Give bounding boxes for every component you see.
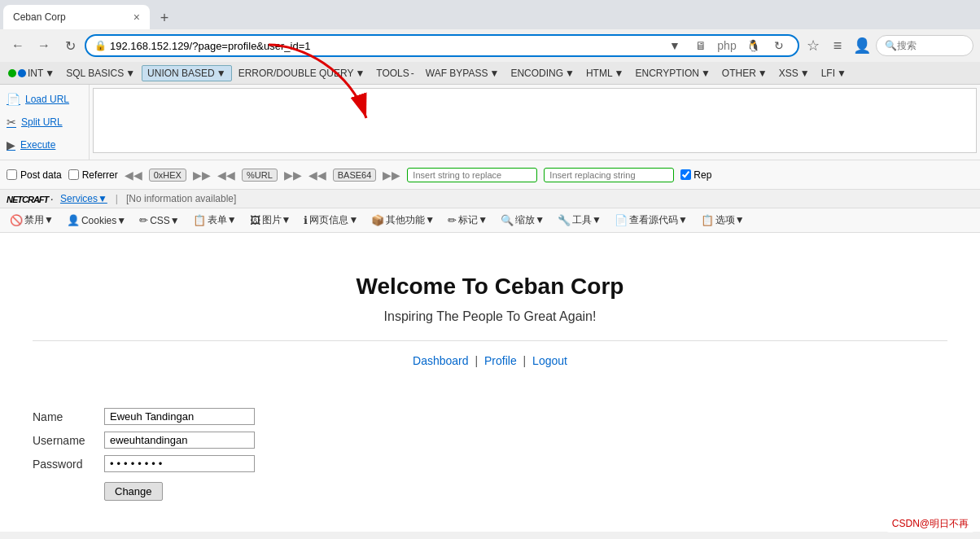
wd-markup-label: 标记▼ [458, 213, 488, 227]
rep-checkbox-label[interactable]: Rep [680, 169, 711, 181]
wd-images-label: 图片▼ [262, 213, 291, 227]
pt-html[interactable]: HTML ▼ [581, 66, 629, 81]
pt-error-label: ERROR/DOUBLE QUERY [238, 68, 354, 79]
replacing-input[interactable] [544, 168, 674, 182]
options-row: Post data Referrer ◀◀ 0xHEX ▶▶ ◀◀ %URL ▶… [0, 160, 980, 190]
referrer-checkbox[interactable] [68, 169, 79, 180]
pt-sql-basics[interactable]: SQL BASICS ▼ [61, 66, 140, 81]
tab-bar: Ceban Corp × + [0, 0, 980, 29]
wd-cookies[interactable]: 👤 Cookies▼ [62, 213, 131, 228]
pt-union-based[interactable]: UNION BASED ▼ [142, 65, 232, 81]
screen-btn[interactable]: 🖥 [690, 35, 711, 56]
pt-union-arrow: ▼ [217, 68, 226, 79]
pt-error-arrow: ▼ [355, 68, 365, 79]
split-url-icon: ✂ [7, 116, 16, 129]
tab-close-button[interactable]: × [133, 11, 140, 24]
refresh-btn[interactable]: ↻ [768, 35, 790, 56]
replace-input[interactable] [407, 168, 537, 182]
wd-markup[interactable]: ✏ 标记▼ [443, 212, 492, 229]
logout-link[interactable]: Logout [532, 354, 567, 367]
wd-source[interactable]: 📄 查看源代码▼ [610, 212, 693, 229]
sidebar-item-execute[interactable]: ▶ Execute [0, 134, 89, 156]
dropdown-btn[interactable]: ▼ [664, 35, 685, 56]
search-input[interactable] [897, 40, 962, 51]
name-input[interactable] [104, 408, 255, 425]
wd-pageinfo-label: 网页信息▼ [309, 213, 358, 227]
ubuntu-icon[interactable]: 🐧 [742, 35, 763, 56]
wd-disable[interactable]: 🚫 禁用▼ [5, 212, 59, 229]
dashboard-link[interactable]: Dashboard [413, 354, 469, 367]
pt-encryption-label: ENCRYPTION [636, 68, 699, 79]
pt-xss[interactable]: XSS ▼ [774, 66, 815, 81]
b64-encode-btn[interactable]: BASE64 [333, 169, 377, 182]
wd-pageinfo[interactable]: ℹ 网页信息▼ [299, 212, 363, 229]
pt-sql-basics-arrow: ▼ [125, 68, 135, 79]
new-tab-button[interactable]: + [153, 7, 176, 29]
password-label: Password [33, 458, 98, 471]
pt-tools[interactable]: TOOLS - [371, 66, 418, 81]
username-row: Username [33, 432, 947, 449]
rep-checkbox[interactable] [680, 169, 691, 180]
welcome-divider [33, 340, 947, 341]
forward-button[interactable]: → [33, 34, 55, 57]
wd-options-icon: 📋 [701, 214, 714, 226]
url-encode-btn[interactable]: %URL [242, 169, 278, 182]
pt-waf-bypass[interactable]: WAF BYPASS ▼ [421, 66, 505, 81]
address-bar[interactable]: 🔒 ▼ 🖥 php 🐧 ↻ [85, 34, 799, 57]
blue-dot [18, 69, 26, 77]
pt-other[interactable]: OTHER ▼ [717, 66, 772, 81]
profile-link[interactable]: Profile [484, 354, 517, 367]
post-data-checkbox-label[interactable]: Post data [7, 169, 62, 181]
pt-sql-basics-label: SQL BASICS [66, 68, 124, 79]
welcome-subtitle: Inspiring The People To Great Again! [33, 309, 947, 324]
welcome-nav: Dashboard | Profile | Logout [33, 354, 947, 367]
php-icon[interactable]: php [716, 35, 737, 56]
pt-lfi[interactable]: LFI ▼ [816, 66, 851, 81]
tools-icon: 🔧 [558, 214, 571, 226]
search-box[interactable]: 🔍 [876, 35, 973, 56]
bookmark-star-button[interactable]: ☆ [803, 35, 824, 56]
username-input[interactable] [104, 432, 255, 449]
wd-options[interactable]: 📋 选项▼ [696, 212, 750, 229]
post-data-checkbox[interactable] [7, 169, 17, 180]
wd-css[interactable]: ✏ CSS▼ [134, 213, 185, 228]
pt-int[interactable]: INT ▼ [3, 66, 59, 81]
profile-section: Name Username Password Change [16, 400, 964, 515]
pt-error-double[interactable]: ERROR/DOUBLE QUERY ▼ [234, 66, 370, 81]
pt-encryption[interactable]: ENCRYPTION ▼ [631, 66, 715, 81]
execute-label: Execute [20, 139, 55, 151]
pt-html-label: HTML [586, 68, 613, 79]
url-left-arrow: ◀◀ [217, 169, 235, 182]
wd-misc[interactable]: 📦 其他功能▼ [366, 212, 440, 229]
address-input[interactable] [110, 40, 661, 52]
sidebar-item-load-url[interactable]: 📄 Load URL [0, 88, 89, 111]
pt-xss-arrow: ▼ [800, 68, 810, 79]
profile-button[interactable]: 👤 [851, 35, 873, 56]
netcraft-services[interactable]: Services▼ [60, 193, 107, 204]
wd-images[interactable]: 🖼 图片▼ [245, 212, 296, 229]
reload-button[interactable]: ↻ [59, 34, 81, 57]
wd-cookies-label: Cookies▼ [81, 215, 126, 226]
back-button[interactable]: ← [7, 34, 29, 57]
pageinfo-icon: ℹ [304, 214, 308, 226]
referrer-checkbox-label[interactable]: Referrer [68, 169, 118, 181]
url-textarea[interactable] [93, 88, 977, 153]
pt-union-label: UNION BASED [147, 68, 215, 79]
wd-css-label: CSS▼ [150, 215, 180, 226]
pt-other-label: OTHER [722, 68, 756, 79]
active-tab[interactable]: Ceban Corp × [3, 5, 150, 29]
wd-forms-label: 表单▼ [208, 213, 237, 227]
change-button[interactable]: Change [104, 482, 163, 501]
b64-right-arrow: ▶▶ [383, 169, 400, 182]
zoom-icon: 🔍 [501, 214, 514, 226]
wd-forms[interactable]: 📋 表单▼ [188, 212, 242, 229]
wd-tools[interactable]: 🔧 工具▼ [553, 212, 606, 229]
post-data-label: Post data [20, 169, 62, 181]
hex-encode-btn[interactable]: 0xHEX [149, 169, 186, 182]
wd-zoom[interactable]: 🔍 缩放▼ [496, 212, 549, 229]
pt-encoding[interactable]: ENCODING ▼ [505, 66, 580, 81]
menu-button[interactable]: ≡ [827, 35, 848, 56]
sidebar-item-split-url[interactable]: ✂ Split URL [0, 111, 89, 134]
hex-label: 0xHEX [154, 170, 182, 180]
password-input[interactable] [104, 455, 255, 472]
